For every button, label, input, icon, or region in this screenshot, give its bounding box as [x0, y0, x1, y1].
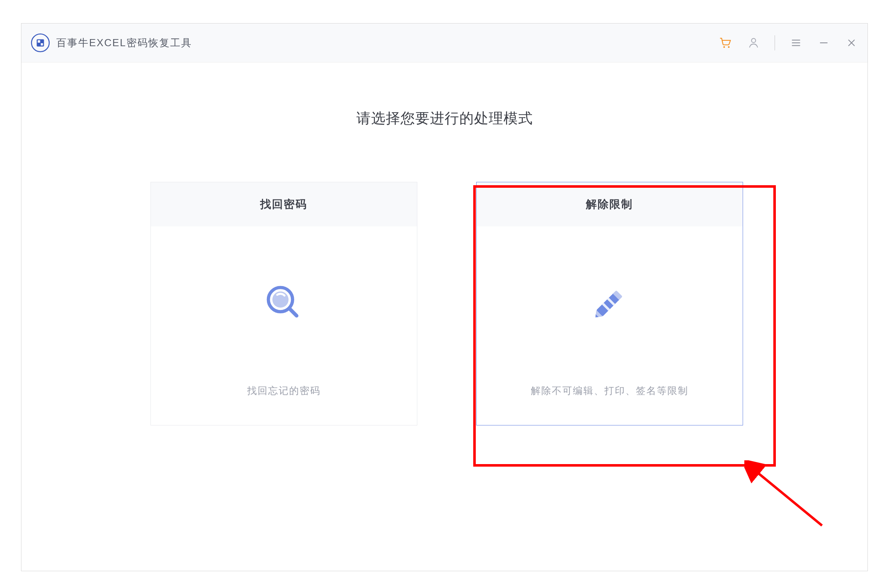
unlock-card-desc: 解除不可编辑、打印、签名等限制 [477, 381, 743, 425]
unlock-card-title: 解除限制 [477, 182, 743, 226]
svg-rect-2 [38, 40, 40, 43]
app-title: 百事牛EXCEL密码恢复工具 [56, 36, 719, 50]
menu-icon[interactable] [789, 36, 803, 50]
mode-cards-row: 找回密码 找回忘记的密码 [21, 182, 867, 425]
close-button[interactable] [845, 36, 858, 50]
unlock-card[interactable]: 解除限制 [476, 182, 743, 425]
svg-rect-3 [41, 43, 43, 45]
recover-card[interactable]: 找回密码 找回忘记的密码 [150, 182, 417, 425]
app-logo-icon [31, 33, 50, 52]
annotation-arrow-icon [744, 460, 826, 530]
titlebar: 百事牛EXCEL密码恢复工具 [21, 24, 867, 63]
pencil-icon [589, 283, 630, 325]
recover-card-desc: 找回忘记的密码 [151, 381, 417, 425]
svg-point-5 [728, 46, 730, 48]
titlebar-divider [775, 35, 775, 50]
main-content: 请选择您要进行的处理模式 找回密码 [21, 63, 867, 425]
svg-point-6 [751, 39, 756, 43]
page-heading: 请选择您要进行的处理模式 [21, 109, 867, 128]
app-window: 百事牛EXCEL密码恢复工具 [21, 23, 868, 571]
minimize-button[interactable] [817, 36, 830, 50]
search-icon [264, 283, 304, 325]
svg-line-24 [754, 469, 822, 525]
cart-icon[interactable] [719, 36, 733, 50]
recover-card-title: 找回密码 [151, 182, 417, 226]
user-icon[interactable] [747, 36, 760, 50]
svg-line-15 [290, 309, 296, 315]
svg-point-4 [723, 46, 725, 48]
